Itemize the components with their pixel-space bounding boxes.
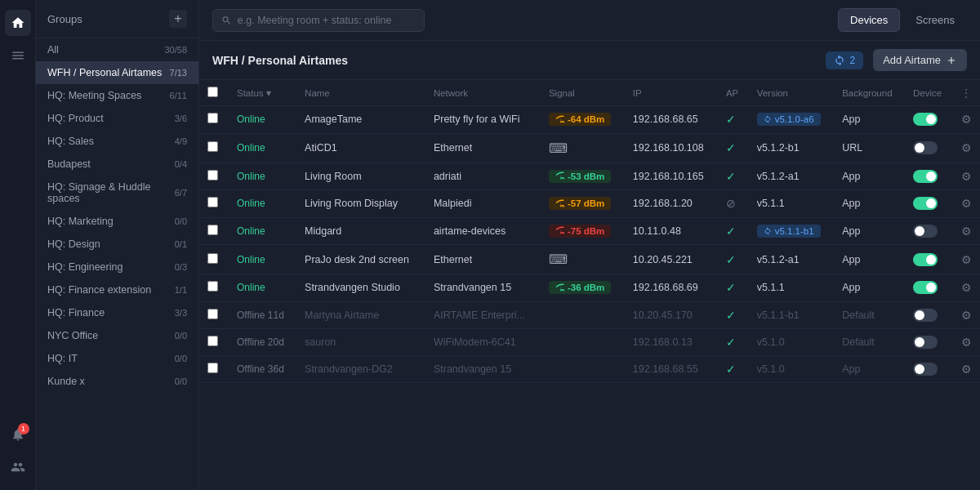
gear-button[interactable]: ⚙ (961, 336, 972, 349)
sidebar-item-12[interactable]: NYC Office0/0 (36, 324, 198, 347)
sidebar-item-0[interactable]: All30/58 (36, 38, 198, 61)
ip-cell: 192.168.10.165 (625, 163, 718, 190)
sidebar-item-label: WFH / Personal Airtames (47, 67, 162, 78)
notification-icon-btn[interactable]: 1 (5, 421, 31, 448)
name-cell: AtiCD1 (296, 133, 425, 163)
ap-cell: ✓ (718, 163, 749, 190)
gear-button[interactable]: ⚙ (961, 197, 972, 210)
add-group-button[interactable]: + (169, 10, 187, 28)
ethernet-icon: ⌨ (549, 252, 568, 266)
sidebar-item-8[interactable]: HQ: Design0/1 (36, 233, 198, 256)
background-cell: App (834, 274, 905, 302)
background-cell: App (834, 245, 905, 274)
device-toggle[interactable] (913, 197, 938, 210)
gear-button[interactable]: ⚙ (961, 309, 972, 322)
row-checkbox[interactable] (207, 113, 218, 123)
sidebar-item-4[interactable]: HQ: Sales4/9 (36, 130, 198, 153)
sidebar-item-count: 0/0 (175, 216, 187, 226)
col-name: Name (296, 80, 425, 106)
sync-badge[interactable]: 2 (826, 51, 863, 69)
row-checkbox[interactable] (207, 253, 218, 264)
search-box[interactable] (212, 9, 425, 32)
select-all-checkbox[interactable] (207, 87, 218, 97)
sidebar-item-label: Budapest (47, 158, 91, 170)
device-toggle[interactable] (913, 363, 938, 376)
device-cell (905, 217, 953, 245)
users-icon-btn[interactable] (5, 454, 31, 480)
tab-screens[interactable]: Screens (903, 8, 967, 32)
background-cell: Default (834, 328, 905, 355)
row-checkbox[interactable] (207, 197, 218, 207)
version-cell: v5.1.0 (749, 328, 835, 355)
sidebar-item-7[interactable]: HQ: Marketing0/0 (36, 210, 198, 233)
sidebar-item-11[interactable]: HQ: Finance3/3 (36, 301, 198, 324)
gear-button[interactable]: ⚙ (961, 253, 972, 266)
version-badge: v5.1.1-b1 (757, 225, 821, 238)
gear-button[interactable]: ⚙ (961, 113, 972, 126)
sidebar-item-3[interactable]: HQ: Product3/6 (36, 107, 198, 130)
sidebar-item-count: 0/4 (175, 159, 187, 169)
device-toggle[interactable] (913, 170, 938, 183)
sidebar-item-count: 0/1 (175, 239, 187, 249)
gear-button[interactable]: ⚙ (961, 281, 972, 294)
row-checkbox[interactable] (207, 309, 218, 319)
sidebar-items-list: All30/58WFH / Personal Airtames7/13HQ: M… (36, 38, 198, 393)
status-badge: Offline 20d (237, 336, 284, 348)
gear-button[interactable]: ⚙ (961, 363, 972, 376)
status-badge: Online (237, 254, 265, 265)
device-toggle[interactable] (913, 225, 938, 238)
row-checkbox[interactable] (207, 336, 218, 346)
breadcrumb: WFH / Personal Airtames (212, 54, 816, 67)
ip-cell: 10.11.0.48 (625, 217, 718, 245)
ip-cell: 192.168.10.108 (625, 133, 718, 163)
ap-block-icon: ⊘ (726, 197, 736, 210)
sidebar-item-13[interactable]: HQ: IT0/0 (36, 347, 198, 370)
row-checkbox[interactable] (207, 225, 218, 235)
sidebar-item-5[interactable]: Budapest0/4 (36, 153, 198, 176)
sidebar-item-9[interactable]: HQ: Engineering0/3 (36, 256, 198, 278)
add-airtame-button[interactable]: Add Airtame (873, 49, 967, 71)
signal-cell: ⌨ (541, 245, 625, 274)
tab-devices[interactable]: Devices (838, 8, 900, 32)
status-cell: Online (229, 133, 296, 163)
gear-button[interactable]: ⚙ (961, 225, 972, 238)
sidebar-item-10[interactable]: HQ: Finance extension1/1 (36, 278, 198, 301)
home-icon-btn[interactable] (5, 10, 31, 36)
version-text: v5.1.2-a1 (757, 254, 800, 265)
actions-cell: ⚙ (953, 328, 980, 355)
search-input[interactable] (238, 15, 416, 26)
device-toggle[interactable] (913, 113, 938, 126)
row-checkbox[interactable] (207, 141, 218, 152)
sidebar-item-2[interactable]: HQ: Meeting Spaces6/11 (36, 84, 198, 107)
gear-button[interactable]: ⚙ (961, 141, 972, 154)
sidebar-item-count: 0/0 (175, 354, 187, 363)
device-toggle[interactable] (913, 141, 938, 154)
sidebar-item-14[interactable]: Kunde x0/0 (36, 370, 198, 393)
ap-check-icon: ✓ (726, 225, 736, 238)
version-cell: v5.1.1-b1 (749, 217, 835, 245)
sidebar-item-count: 0/3 (175, 262, 187, 272)
signal-cell: -75 dBm (541, 217, 625, 245)
gear-button[interactable]: ⚙ (961, 170, 972, 183)
menu-icon-btn[interactable] (5, 42, 31, 69)
sidebar-item-1[interactable]: WFH / Personal Airtames7/13 (36, 61, 198, 84)
row-checkbox[interactable] (207, 363, 218, 373)
status-badge: Online (237, 282, 265, 293)
sidebar-item-label: All (47, 44, 59, 56)
col-device: Device (905, 80, 953, 106)
device-cell (905, 328, 953, 355)
topbar: Devices Screens (199, 0, 980, 41)
sidebar-item-count: 6/11 (170, 91, 187, 100)
device-toggle[interactable] (913, 281, 938, 294)
row-checkbox[interactable] (207, 170, 218, 180)
signal-cell: ⌨ (541, 133, 625, 163)
device-toggle[interactable] (913, 309, 938, 322)
device-toggle[interactable] (913, 253, 938, 266)
signal-cell (541, 328, 625, 355)
ip-cell: 10.20.45.221 (625, 245, 718, 274)
col-status: Status ▾ (229, 80, 296, 106)
sidebar-item-6[interactable]: HQ: Signage & Huddle spaces6/7 (36, 176, 198, 210)
signal-cell (541, 355, 625, 382)
row-checkbox[interactable] (207, 281, 218, 292)
device-toggle[interactable] (913, 336, 938, 349)
